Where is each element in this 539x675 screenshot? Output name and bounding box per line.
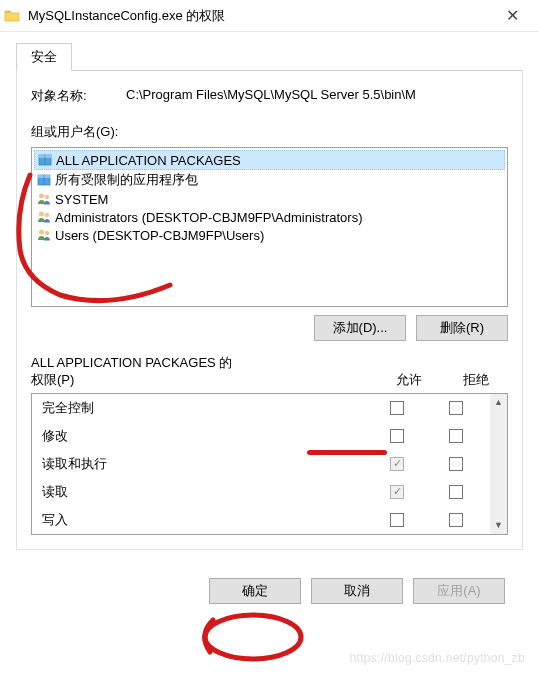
remove-button[interactable]: 删除(R) [416,315,508,341]
list-item-label: ALL APPLICATION PACKAGES [56,153,241,168]
list-item[interactable]: Users (DESKTOP-CBJM9FP\Users) [34,226,505,244]
watermark: https://blog.csdn.net/python_zb [350,651,525,665]
list-item[interactable]: Administrators (DESKTOP-CBJM9FP\Administ… [34,208,505,226]
svg-point-12 [205,615,301,659]
groups-label: 组或用户名(G): [31,123,508,141]
close-button[interactable]: ✕ [489,0,535,32]
add-remove-row: 添加(D)... 删除(R) [31,315,508,341]
permission-row: 完全控制 [32,394,490,422]
deny-checkbox[interactable] [449,429,463,443]
list-item-label: Users (DESKTOP-CBJM9FP\Users) [55,228,264,243]
permission-row: 修改 [32,422,490,450]
titlebar: MySQLInstanceConfig.exe 的权限 ✕ [0,0,539,32]
window-title: MySQLInstanceConfig.exe 的权限 [28,7,489,25]
list-item[interactable]: SYSTEM [34,190,505,208]
scroll-up-icon[interactable]: ▲ [490,394,507,411]
deny-checkbox[interactable] [449,401,463,415]
list-item-label: 所有受限制的应用程序包 [55,171,198,189]
scrollbar[interactable]: ▲ ▼ [490,394,507,534]
permission-name: 完全控制 [42,399,362,417]
permission-row: 写入 [32,506,490,534]
perm-header-prefix: ALL APPLICATION PACKAGES 的 [31,355,232,370]
folder-icon [4,8,20,24]
tab-security[interactable]: 安全 [16,43,72,71]
deny-checkbox[interactable] [449,513,463,527]
deny-column-header: 拒绝 [444,371,508,389]
users-icon [36,209,52,225]
svg-point-7 [45,195,49,199]
allow-checkbox[interactable] [390,401,404,415]
users-icon [36,227,52,243]
permission-name: 读取 [42,483,362,501]
permission-name: 写入 [42,511,362,529]
object-path: C:\Program Files\MySQL\MySQL Server 5.5\… [126,87,508,105]
permission-row: 读取和执行 [32,450,490,478]
groups-listbox[interactable]: ALL APPLICATION PACKAGES所有受限制的应用程序包SYSTE… [31,147,508,307]
object-row: 对象名称: C:\Program Files\MySQL\MySQL Serve… [31,87,508,105]
svg-point-8 [39,212,44,217]
list-item-label: SYSTEM [55,192,108,207]
package-icon [36,172,52,188]
deny-checkbox[interactable] [449,457,463,471]
tab-content: 对象名称: C:\Program Files\MySQL\MySQL Serve… [16,71,523,550]
svg-point-9 [45,213,49,217]
scroll-track[interactable] [490,411,507,517]
allow-column-header: 允许 [374,371,444,389]
permission-name: 修改 [42,427,362,445]
scroll-down-icon[interactable]: ▼ [490,517,507,534]
allow-checkbox [390,457,404,471]
ok-button[interactable]: 确定 [209,578,301,604]
dialog-footer: 确定 取消 应用(A) [16,550,523,604]
add-button[interactable]: 添加(D)... [314,315,406,341]
dialog-body: 安全 对象名称: C:\Program Files\MySQL\MySQL Se… [0,32,539,604]
tab-strip: 安全 [16,42,523,71]
list-item[interactable]: ALL APPLICATION PACKAGES [34,150,505,170]
permission-row: 读取 [32,478,490,506]
apply-button[interactable]: 应用(A) [413,578,505,604]
cancel-button[interactable]: 取消 [311,578,403,604]
permissions-header-label: ALL APPLICATION PACKAGES 的 权限(P) [31,355,374,389]
object-label: 对象名称: [31,87,126,105]
svg-point-11 [45,231,49,235]
svg-point-6 [39,194,44,199]
allow-checkbox [390,485,404,499]
list-item[interactable]: 所有受限制的应用程序包 [34,170,505,190]
deny-checkbox[interactable] [449,485,463,499]
allow-checkbox[interactable] [390,513,404,527]
allow-checkbox[interactable] [390,429,404,443]
svg-point-10 [39,230,44,235]
perm-header-suffix: 权限(P) [31,372,74,387]
package-icon [37,152,53,168]
permission-name: 读取和执行 [42,455,362,473]
permissions-table: 完全控制修改读取和执行读取写入 ▲ ▼ [31,393,508,535]
users-icon [36,191,52,207]
permissions-header: ALL APPLICATION PACKAGES 的 权限(P) 允许 拒绝 [31,355,508,389]
list-item-label: Administrators (DESKTOP-CBJM9FP\Administ… [55,210,363,225]
